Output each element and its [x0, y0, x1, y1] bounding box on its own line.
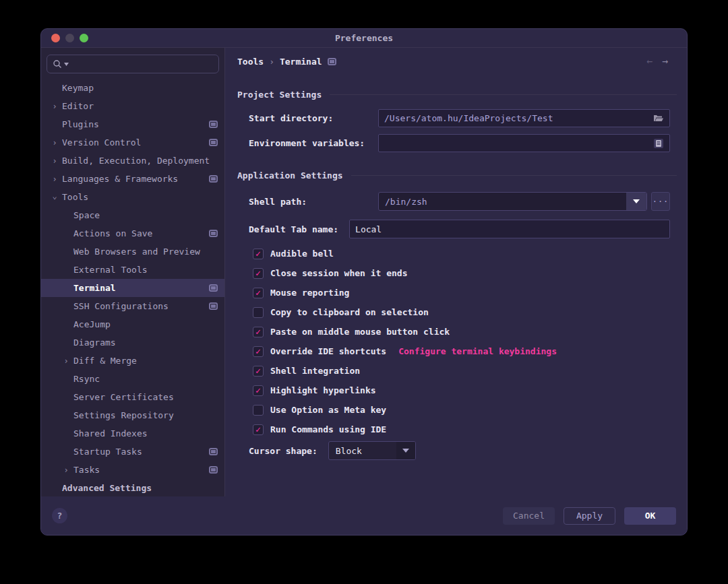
option-row-use-option-as-meta-key[interactable]: Use Option as Meta key — [253, 400, 670, 420]
sidebar-item-tasks[interactable]: ›Tasks — [41, 461, 224, 479]
chevron-collapsed-icon[interactable]: › — [50, 102, 59, 110]
title-bar: Preferences — [41, 29, 687, 48]
start-directory-input[interactable]: /Users/atom.hu/IdeaProjects/Test — [378, 109, 670, 127]
checkbox-checked[interactable] — [253, 327, 264, 337]
search-history-caret-icon[interactable] — [64, 63, 69, 66]
checkbox-label: Highlight hyperlinks — [270, 385, 376, 395]
checkbox-label: Override IDE shortcuts — [270, 346, 386, 356]
monitor-icon — [209, 466, 218, 474]
option-row-audible-bell[interactable]: Audible bell — [253, 244, 670, 263]
sidebar-item-advanced-settings[interactable]: Advanced Settings — [41, 479, 224, 496]
cursor-shape-dropdown-button[interactable] — [396, 442, 415, 459]
sidebar-item-startup-tasks[interactable]: Startup Tasks — [41, 443, 224, 461]
ok-button[interactable]: OK — [624, 507, 676, 525]
sidebar-item-label: AceJump — [73, 319, 111, 329]
shell-path-combobox[interactable]: /bin/zsh — [378, 192, 647, 211]
forward-arrow-icon[interactable]: → — [662, 55, 668, 67]
option-row-highlight-hyperlinks[interactable]: Highlight hyperlinks — [253, 381, 670, 400]
sidebar-item-ssh-configurations[interactable]: SSH Configurations — [41, 297, 224, 315]
chevron-collapsed-icon[interactable]: › — [50, 175, 59, 183]
shell-path-dropdown-button[interactable] — [626, 193, 646, 210]
monitor-icon — [209, 448, 218, 455]
default-tab-name-input[interactable]: Local — [349, 220, 670, 238]
sidebar-item-editor[interactable]: ›Editor — [41, 97, 224, 115]
option-row-close-session-when-it-ends[interactable]: Close session when it ends — [253, 263, 670, 283]
sidebar-item-label: Actions on Save — [73, 228, 152, 238]
sidebar-item-web-browsers-and-preview[interactable]: Web Browsers and Preview — [41, 242, 224, 261]
shell-path-browse-button[interactable]: ... — [651, 192, 670, 211]
sidebar-item-label: Rsync — [73, 374, 100, 384]
sidebar-item-label: Startup Tasks — [73, 447, 142, 457]
cancel-button[interactable]: Cancel — [503, 507, 555, 525]
sidebar-item-acejump[interactable]: AceJump — [41, 315, 224, 333]
chevron-collapsed-icon[interactable]: › — [61, 357, 71, 365]
help-button[interactable]: ? — [52, 508, 67, 523]
sidebar-item-diff-merge[interactable]: ›Diff & Merge — [41, 352, 224, 370]
window-title: Preferences — [41, 33, 687, 43]
sidebar-item-rsync[interactable]: Rsync — [41, 370, 224, 388]
sidebar-item-label: Web Browsers and Preview — [73, 247, 200, 257]
cursor-shape-select[interactable]: Block — [328, 441, 416, 460]
apply-button[interactable]: Apply — [564, 507, 615, 525]
breadcrumb-parent[interactable]: Tools — [237, 57, 264, 67]
sidebar-item-diagrams[interactable]: Diagrams — [41, 333, 224, 352]
cursor-shape-label: Cursor shape: — [249, 446, 317, 456]
sidebar-item-actions-on-save[interactable]: Actions on Save — [41, 224, 224, 242]
sidebar-item-keymap[interactable]: Keymap — [41, 79, 224, 97]
checkbox-checked[interactable] — [253, 424, 264, 435]
sidebar-item-label: Advanced Settings — [62, 483, 152, 493]
sidebar-item-external-tools[interactable]: External Tools — [41, 261, 224, 279]
option-row-override-ide-shortcuts[interactable]: Override IDE shortcutsConfigure terminal… — [253, 342, 670, 361]
checkbox-unchecked[interactable] — [253, 405, 264, 416]
sidebar-item-server-certificates[interactable]: Server Certificates — [41, 388, 224, 406]
option-row-mouse-reporting[interactable]: Mouse reporting — [253, 283, 670, 302]
sidebar-item-terminal[interactable]: Terminal — [41, 279, 224, 297]
checkbox-checked[interactable] — [253, 346, 264, 357]
history-nav: ← → — [646, 55, 668, 67]
checkbox-checked[interactable] — [253, 366, 264, 377]
sidebar-item-tools[interactable]: ⌄Tools — [41, 188, 224, 206]
checkbox-label: Use Option as Meta key — [270, 405, 386, 415]
checkbox-checked[interactable] — [253, 249, 264, 259]
settings-search-input[interactable] — [47, 55, 219, 73]
chevron-collapsed-icon[interactable]: › — [50, 139, 59, 147]
settings-tree: Keymap›EditorPlugins›Version Control›Bui… — [41, 79, 224, 496]
sidebar-item-settings-repository[interactable]: Settings Repository — [41, 406, 224, 424]
option-row-shell-integration[interactable]: Shell integration — [253, 361, 670, 381]
chevron-collapsed-icon[interactable]: › — [50, 157, 59, 165]
option-row-copy-to-clipboard-on-selection[interactable]: Copy to clipboard on selection — [253, 302, 670, 322]
sidebar-item-version-control[interactable]: ›Version Control — [41, 133, 224, 152]
sidebar-item-plugins[interactable]: Plugins — [41, 115, 224, 133]
chevron-expanded-icon[interactable]: ⌄ — [50, 192, 59, 200]
environment-variables-input[interactable] — [378, 134, 670, 152]
option-row-run-commands-using-ide[interactable]: Run Commands using IDE — [253, 420, 670, 439]
checkbox-checked[interactable] — [253, 385, 264, 396]
sidebar-item-label: Server Certificates — [73, 392, 174, 402]
chevron-collapsed-icon[interactable]: › — [61, 466, 71, 474]
sidebar-item-label: Keymap — [62, 83, 94, 93]
variables-list-icon[interactable] — [653, 138, 664, 149]
sidebar-item-build-execution-deployment[interactable]: ›Build, Execution, Deployment — [41, 152, 224, 170]
environment-variables-label: Environment variables: — [249, 138, 378, 148]
checkbox-checked[interactable] — [253, 288, 264, 298]
sidebar-item-label: Build, Execution, Deployment — [62, 156, 210, 166]
section-title: Application Settings — [237, 170, 343, 181]
option-row-paste-on-middle-mouse-button-click[interactable]: Paste on middle mouse button click — [253, 322, 670, 342]
back-arrow-icon[interactable]: ← — [646, 55, 653, 67]
checkbox-label: Copy to clipboard on selection — [270, 307, 429, 317]
monitor-icon — [209, 284, 218, 292]
sidebar-item-space[interactable]: Space — [41, 206, 224, 224]
sidebar-item-languages-frameworks[interactable]: ›Languages & Frameworks — [41, 170, 224, 188]
checkbox-checked[interactable] — [253, 268, 264, 279]
environment-variables-row: Environment variables: — [249, 134, 670, 152]
open-folder-icon[interactable] — [653, 114, 664, 123]
sidebar-item-label: Tools — [62, 192, 88, 202]
shell-path-row: Shell path: /bin/zsh ... — [249, 192, 670, 211]
configure-keybindings-link[interactable]: Configure terminal keybindings — [398, 346, 557, 356]
monitor-icon — [328, 58, 336, 65]
checkbox-unchecked[interactable] — [253, 307, 264, 318]
sidebar-item-label: Shared Indexes — [73, 428, 148, 439]
sidebar-item-shared-indexes[interactable]: Shared Indexes — [41, 424, 224, 443]
project-settings-section-header: Project Settings — [237, 90, 677, 100]
start-directory-label: Start directory: — [249, 113, 378, 123]
